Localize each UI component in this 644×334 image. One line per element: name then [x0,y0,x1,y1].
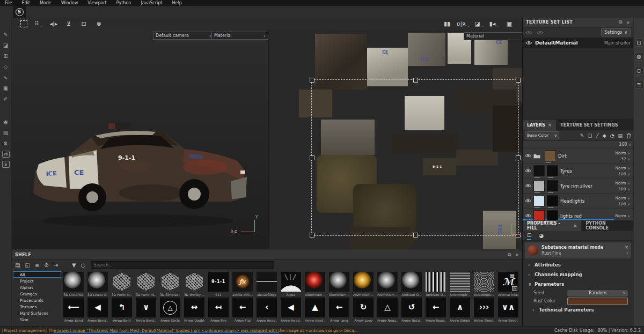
substance-share-icon[interactable]: S [2,161,10,168]
shelf-divider[interactable] [63,262,67,268]
shading-mode-select-2d[interactable]: Material∨ [464,32,523,40]
clone-tool-icon[interactable]: ▣ [1,83,11,93]
shelf-item-thumbnail[interactable] [305,272,325,292]
layer-visibility-icon[interactable] [525,154,531,158]
layer-mask-thumbnail[interactable] [547,165,558,176]
selection-handle[interactable] [310,155,314,160]
material-picker-tool-icon[interactable]: ✐ [1,94,11,104]
layer-visibility-icon[interactable] [525,184,531,188]
show-all-icon[interactable] [525,31,532,35]
shader-settings-panel-icon[interactable]: ◍ [635,52,643,61]
section-technical-parameters[interactable]: ›Technical Parameters [523,305,633,315]
selection-handle[interactable] [413,78,418,83]
layer-blend-select[interactable]: Norm∨ [615,213,630,218]
shelf-item-thumbnail[interactable] [377,272,398,292]
layer-row-partial[interactable]: 100∨ [523,141,633,149]
shelf-item-thumbnail[interactable]: ◀ [281,298,301,317]
shelf-item-thumbnail[interactable]: ∨ [136,298,156,317]
shelf-item-thumbnail[interactable]: 9-1-1 [208,272,229,292]
shelf-item-thumbnail[interactable]: ▲ [305,298,325,317]
shelf-item-thumbnail[interactable]: ↻ [353,298,374,317]
shelf-category[interactable]: Textures [13,303,61,310]
shelf-item-thumbnail[interactable]: ƒx [232,272,253,292]
close-panel-icon[interactable]: × [515,252,519,257]
shelf-item-thumbnail[interactable]: ← [426,298,446,317]
shelf-item-thumbnail[interactable]: ← [329,298,349,317]
shelf-category[interactable]: Project [13,278,61,284]
shelf-item-thumbnail[interactable]: △ [160,298,180,317]
shelf-hide-icon[interactable]: ⊘ [44,262,48,268]
shelf-import-icon[interactable]: ⇥ [54,262,58,268]
shelf-category[interactable]: Alphas [13,284,61,291]
shelf-item-thumbnail[interactable] [474,272,494,292]
tools-divider[interactable] [1,105,11,116]
substance-material-mode-box[interactable]: Substance material mode × Rust Fine ∨ [525,242,631,258]
layer-visibility-icon[interactable] [525,169,531,173]
layer-blend-select[interactable]: Norm∨ [615,196,630,201]
tab-layers[interactable]: LAYERS× [523,120,556,130]
shelf-item-thumbnail[interactable]: ↤ [208,298,229,317]
viewer-settings-icon[interactable]: ▨ [1,128,11,138]
discard-stroke-icon[interactable]: ⊗ [93,19,104,28]
history-panel-icon[interactable]: ◷ [635,66,643,75]
delete-layer-icon[interactable] [626,133,631,138]
menu-item[interactable]: JavaScript [136,1,167,5]
layer-thumbnail[interactable] [533,210,545,220]
shelf-item-thumbnail[interactable]: ← [232,298,253,317]
close-tab-icon[interactable]: × [573,223,577,228]
shelf-item-thumbnail[interactable] [353,272,374,292]
shelf-item-thumbnail[interactable]: ⟵ [63,298,84,317]
shelf-item-thumbnail[interactable] [426,272,446,292]
shelf-item-thumbnail[interactable] [257,272,277,292]
shelf-category[interactable]: Procedurals [13,297,61,303]
shelf-item-thumbnail[interactable] [63,272,84,292]
add-fill-layer-icon[interactable]: ❏ [588,133,592,138]
display-settings-icon[interactable]: ◉ [1,117,11,127]
channel-filter-select[interactable]: Base Color∨ [525,131,559,139]
shelf-item-thumbnail[interactable] [329,272,349,292]
viewport-3d[interactable]: Default camera∨ Material∨ [12,29,268,249]
smudge-tool-icon[interactable]: ∿ [1,72,11,83]
shelf-category[interactable]: Skin [13,316,61,323]
shelf-item-thumbnail[interactable] [112,272,132,292]
add-folder-icon[interactable]: ▤ [618,133,623,138]
menu-item[interactable]: Help [167,1,186,5]
shelf-item-thumbnail[interactable] [160,272,180,292]
geometry-mask-icon[interactable]: ◪⌄ [474,19,485,28]
tab-texture-set-settings[interactable]: TEXTURE SET SETTINGS [556,120,622,130]
camera-mode-icon[interactable]: ▮◂⌄ [489,19,500,28]
shelf-item-thumbnail[interactable]: ‹ [257,298,277,317]
material-ball-icon[interactable]: ◕ [539,231,544,240]
menu-item[interactable]: Edit [17,1,35,5]
pause-engine-icon[interactable]: ▮▮ [442,19,452,28]
layer-row[interactable]: Dirt Norm∨ 32∨ [523,149,633,164]
shelf-item-thumbnail[interactable] [136,272,156,292]
quick-mask-icon[interactable]: ⠿⌄ [33,19,44,28]
menu-item[interactable]: Mode [35,1,56,5]
shelf-item-thumbnail[interactable] [184,272,204,292]
layer-row[interactable]: Tyres Norm∨ 100∨ [523,164,633,179]
layer-thumbnail[interactable] [533,195,545,206]
selection-handle[interactable] [310,78,314,83]
align-mirror-icon[interactable]: ⊻ [63,19,74,28]
layer-blend-select[interactable]: Norm∨ [615,181,630,185]
add-smart-material-icon[interactable]: ◆ [603,133,606,138]
selection-handle[interactable] [310,233,314,237]
layer-opacity-select[interactable]: 100∨ [618,187,630,191]
close-panel-icon[interactable]: × [626,20,630,25]
add-adjustment-icon[interactable]: ◔ [610,133,614,138]
shelf-category[interactable]: Grunges [13,291,61,297]
section-attributes[interactable]: ›Attributes [523,260,633,270]
tab-properties-fill[interactable]: PROPERTIES - FILL× [523,220,581,231]
filter-icon[interactable]: ▼ [72,262,76,268]
layer-thumbnail[interactable] [533,180,545,191]
shelf-item-thumbnail[interactable] [401,272,422,292]
shelf-item-thumbnail[interactable]: ∧ [450,298,470,317]
layer-blend-select[interactable]: Norm∨ [615,151,630,155]
log-panel-icon[interactable]: ≣ [635,80,643,88]
layer-mask-thumbnail[interactable] [547,195,558,206]
search-input[interactable] [91,261,274,269]
remove-material-icon[interactable]: × [625,245,628,250]
layer-opacity-select[interactable]: 32∨ [621,157,630,161]
section-channels-mapping[interactable]: ›Channels mapping [523,270,633,279]
